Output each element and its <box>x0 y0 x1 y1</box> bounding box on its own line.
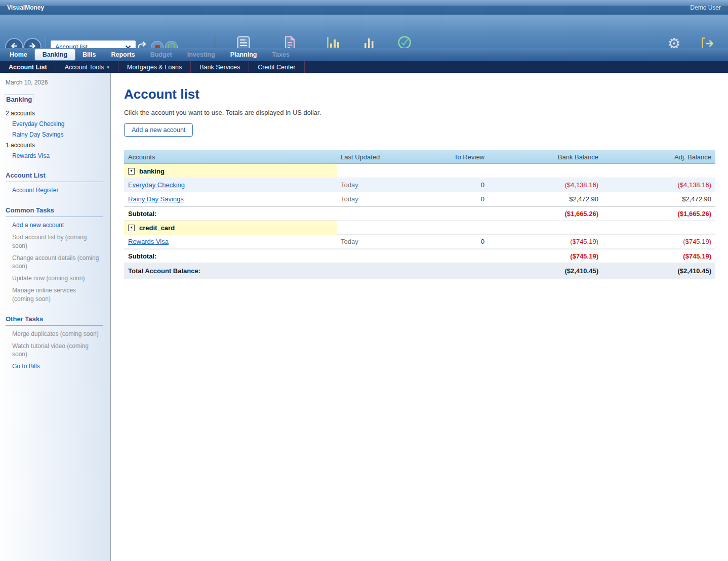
menu-taxes: Taxes <box>264 49 297 61</box>
banking-sub-menu: Account List Account Tools ▾ Mortgages &… <box>0 61 728 73</box>
menu-investing: Investing <box>180 49 223 61</box>
last-updated-value: Today <box>337 195 435 203</box>
header-to-review: To Review <box>435 153 489 161</box>
total-adj-balance: ($2,410.45) <box>602 267 715 275</box>
add-account-button[interactable]: Add a new account <box>124 123 193 137</box>
submenu-mortgages-loans[interactable]: Mortgages & Loans <box>118 61 191 73</box>
current-date: March 10, 2026 <box>6 79 104 86</box>
sidebar-banking-header[interactable]: Banking <box>4 95 34 104</box>
page-subtitle: Click the account you want to use. Total… <box>124 109 728 116</box>
menu-home[interactable]: Home <box>2 49 35 61</box>
account-group-count: 1 accounts <box>6 142 104 149</box>
account-group-count: 2 accounts <box>6 110 104 117</box>
subtotal-row: Subtotal: ($745.19) ($745.19) <box>124 249 715 263</box>
account-link-rewards-visa[interactable]: Rewards Visa <box>128 238 169 245</box>
section-title-other-tasks: Other Tasks <box>6 315 104 323</box>
main-content: Account list Click the account you want … <box>111 73 728 561</box>
sidebar-account-everyday-checking[interactable]: Everyday Checking <box>12 120 104 127</box>
user-name: Demo User <box>690 4 721 11</box>
group-name: credit_card <box>139 224 175 232</box>
menu-reports[interactable]: Reports <box>103 49 142 61</box>
sidebar-account-rainy-day-savings[interactable]: Rainy Day Savings <box>12 131 104 138</box>
header-adj-balance: Adj. Balance <box>602 153 715 161</box>
sidebar-merge-duplicates: Merge duplicates (coming soon) <box>12 330 99 338</box>
subtotal-adj-balance: ($1,665.26) <box>602 210 715 218</box>
title-bar: VisualMoney Demo User <box>0 0 728 15</box>
section-title-common-tasks: Common Tasks <box>6 206 104 214</box>
submenu-bank-services[interactable]: Bank Services <box>191 61 249 73</box>
section-title-account-list: Account List <box>6 171 104 179</box>
account-link-everyday-checking[interactable]: Everyday Checking <box>128 181 185 189</box>
sidebar-account-rewards-visa[interactable]: Rewards Visa <box>12 152 104 159</box>
sidebar-change-account-details: Change account details (coming soon) <box>12 254 99 270</box>
subtotal-label: Subtotal: <box>124 252 337 260</box>
menu-planning[interactable]: Planning <box>223 49 265 61</box>
sidebar-manage-online-services: Manage online services (coming soon) <box>12 286 99 303</box>
subtotal-adj-balance: ($745.19) <box>602 252 715 260</box>
header-bank-balance: Bank Balance <box>489 153 602 161</box>
total-bank-balance: ($2,410.45) <box>489 267 602 275</box>
submenu-account-list[interactable]: Account List <box>0 61 56 73</box>
section-divider <box>6 182 103 182</box>
menu-bills[interactable]: Bills <box>75 49 103 61</box>
adj-balance-value: ($745.19) <box>602 238 715 245</box>
bank-balance-value: ($745.19) <box>489 238 602 245</box>
total-label: Total Account Balance: <box>124 267 337 275</box>
submenu-account-tools-label: Account Tools <box>65 64 104 71</box>
table-row: Rainy Day Savings Today 0 $2,472.90 $2,4… <box>124 192 715 206</box>
group-row-banking: ▾ banking <box>124 164 715 178</box>
sidebar-watch-tutorial: Watch tutorial video (coming soon) <box>12 342 99 358</box>
caret-down-icon: ▾ <box>107 65 109 70</box>
total-row: Total Account Balance: ($2,410.45) ($2,4… <box>124 263 715 279</box>
sidebar-sort-account-list: Sort account list by (coming soon) <box>12 233 99 249</box>
submenu-account-tools[interactable]: Account Tools ▾ <box>56 61 118 73</box>
subtotal-bank-balance: ($745.19) <box>489 252 602 260</box>
toolbar: Account list Account List Bills Summary <box>0 15 728 48</box>
table-row: Rewards Visa Today 0 ($745.19) ($745.19) <box>124 235 715 249</box>
header-last-updated: Last Updated <box>337 153 435 161</box>
to-review-value: 0 <box>435 181 489 189</box>
account-link-rainy-day-savings[interactable]: Rainy Day Savings <box>128 195 184 203</box>
page-title: Account list <box>124 87 728 102</box>
table-header-row: Accounts Last Updated To Review Bank Bal… <box>124 150 715 164</box>
submenu-credit-center[interactable]: Credit Center <box>249 61 304 73</box>
table-row: Everyday Checking Today 0 ($4,138.16) ($… <box>124 178 715 192</box>
subtotal-row: Subtotal: ($1,665.26) ($1,665.26) <box>124 206 715 221</box>
to-review-value: 0 <box>435 238 489 245</box>
sidebar-account-register-link[interactable]: Account Register <box>12 186 99 194</box>
adj-balance-value: ($4,138.16) <box>602 181 715 189</box>
menu-budget: Budget <box>143 49 180 61</box>
collapse-toggle-icon[interactable]: ▾ <box>128 225 135 231</box>
header-accounts: Accounts <box>124 153 337 161</box>
last-updated-value: Today <box>337 181 435 189</box>
app-title: VisualMoney <box>7 4 44 11</box>
section-divider <box>6 325 103 326</box>
to-review-value: 0 <box>435 195 489 203</box>
bank-balance-value: ($4,138.16) <box>489 181 602 189</box>
subtotal-bank-balance: ($1,665.26) <box>489 210 602 218</box>
collapse-toggle-icon[interactable]: ▾ <box>128 168 135 175</box>
last-updated-value: Today <box>337 238 435 245</box>
group-row-credit-card: ▾ credit_card <box>124 221 715 235</box>
sidebar-go-to-bills-link[interactable]: Go to Bills <box>12 362 99 370</box>
bank-balance-value: $2,472.90 <box>489 195 602 203</box>
subtotal-label: Subtotal: <box>124 210 337 218</box>
group-name: banking <box>139 167 165 175</box>
sidebar-update-now: Update now (coming soon) <box>12 274 99 282</box>
adj-balance-value: $2,472.90 <box>602 195 715 203</box>
main-menu-bar: Home Banking Bills Reports Budget Invest… <box>0 48 728 61</box>
sidebar-add-new-account-link[interactable]: Add a new account <box>12 221 99 229</box>
section-divider <box>6 217 103 217</box>
account-table: Accounts Last Updated To Review Bank Bal… <box>124 150 715 279</box>
left-sidebar: March 10, 2026 Banking 2 accounts Everyd… <box>0 73 111 561</box>
menu-banking[interactable]: Banking <box>35 49 75 60</box>
